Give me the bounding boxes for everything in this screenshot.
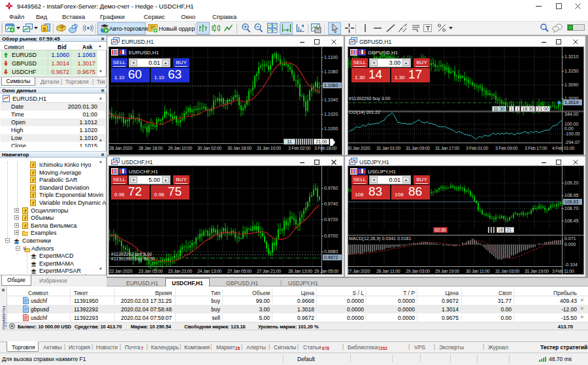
svg-text:$: $	[43, 26, 46, 32]
